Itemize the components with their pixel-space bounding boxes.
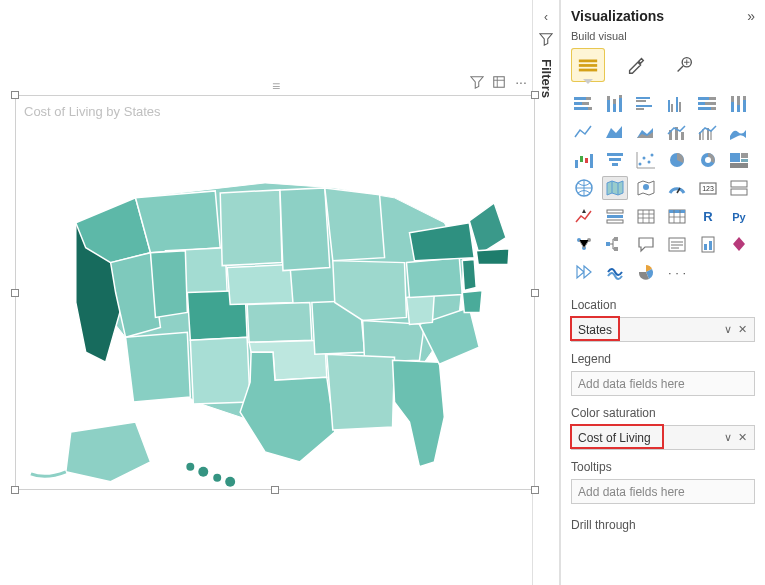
stacked-bar-chart-icon[interactable] xyxy=(571,92,597,116)
power-apps-icon[interactable] xyxy=(726,232,752,256)
python-visual-icon[interactable]: Py xyxy=(726,204,752,228)
area-chart-icon[interactable] xyxy=(602,120,628,144)
paginated-report-icon[interactable] xyxy=(695,232,721,256)
visual-title: Cost of Living by States xyxy=(24,104,161,119)
scatter-chart-icon[interactable] xyxy=(633,148,659,172)
matrix-icon[interactable] xyxy=(664,204,690,228)
drill-through-label: Drill through xyxy=(571,518,755,532)
power-automate-icon[interactable] xyxy=(571,260,597,284)
map-visual-container[interactable]: ≡ ··· Cost of Living by States xyxy=(15,95,535,490)
svg-rect-62 xyxy=(730,153,740,162)
map-icon[interactable] xyxy=(571,176,597,200)
tooltips-placeholder: Add data fields here xyxy=(578,485,685,499)
color-saturation-field-well[interactable]: Cost of Living ∨✕ xyxy=(571,425,755,450)
kpi-icon[interactable] xyxy=(571,204,597,228)
location-field-well[interactable]: States ∨✕ xyxy=(571,317,755,342)
svg-rect-25 xyxy=(668,100,670,112)
svg-rect-15 xyxy=(607,100,610,112)
svg-rect-71 xyxy=(731,189,747,195)
filter-icon xyxy=(539,32,553,49)
svg-point-1 xyxy=(186,463,194,471)
visual-type-gallery: 123 R Py · · · xyxy=(571,92,755,284)
format-visual-tab[interactable] xyxy=(619,48,653,82)
svg-text:R: R xyxy=(703,209,713,224)
svg-rect-72 xyxy=(607,210,623,213)
get-visuals-icon[interactable]: · · · xyxy=(664,260,690,284)
card-icon[interactable]: 123 xyxy=(695,176,721,200)
waterfall-chart-icon[interactable] xyxy=(571,148,597,172)
resize-handle[interactable] xyxy=(11,289,19,297)
focus-mode-icon[interactable] xyxy=(491,74,507,90)
donut-chart-icon[interactable] xyxy=(695,148,721,172)
slicer-icon[interactable] xyxy=(602,204,628,228)
legend-field-well[interactable]: Add data fields here xyxy=(571,371,755,396)
decomposition-tree-icon[interactable] xyxy=(602,232,628,256)
filled-map-visual[interactable] xyxy=(16,96,534,489)
svg-rect-51 xyxy=(590,154,593,168)
resize-handle[interactable] xyxy=(11,91,19,99)
tooltips-field-well[interactable]: Add data fields here xyxy=(571,479,755,504)
resize-handle[interactable] xyxy=(531,486,539,494)
svg-rect-38 xyxy=(737,105,740,112)
report-canvas[interactable]: ≡ ··· Cost of Living by States xyxy=(0,0,532,585)
build-visual-tab[interactable] xyxy=(571,48,605,82)
svg-rect-63 xyxy=(741,153,748,158)
treemap-icon[interactable] xyxy=(726,148,752,172)
pie-chart-icon[interactable] xyxy=(664,148,690,172)
multi-row-card-icon[interactable] xyxy=(726,176,752,200)
svg-rect-52 xyxy=(607,153,623,156)
resize-handle[interactable] xyxy=(531,91,539,99)
chevron-down-icon[interactable]: ∨ xyxy=(721,323,735,336)
smart-narrative-icon[interactable] xyxy=(664,232,690,256)
svg-point-4 xyxy=(225,477,235,487)
clustered-bar-chart-icon[interactable] xyxy=(633,92,659,116)
azure-map-icon[interactable] xyxy=(633,176,659,200)
funnel-chart-icon[interactable] xyxy=(602,148,628,172)
remove-field-icon[interactable]: ✕ xyxy=(735,431,750,444)
svg-rect-5 xyxy=(579,60,597,63)
key-influencers-icon[interactable] xyxy=(571,232,597,256)
svg-rect-34 xyxy=(711,107,716,110)
clustered-column-chart-icon[interactable] xyxy=(664,92,690,116)
r-visual-icon[interactable]: R xyxy=(695,204,721,228)
ribbon-chart-icon[interactable] xyxy=(726,120,752,144)
svg-rect-13 xyxy=(574,107,588,110)
svg-rect-50 xyxy=(585,158,588,163)
location-section-label: Location xyxy=(571,298,755,312)
more-visuals-icon[interactable] xyxy=(633,260,659,284)
line-stacked-column-icon[interactable] xyxy=(664,120,690,144)
svg-rect-64 xyxy=(741,159,748,162)
hundred-stacked-column-icon[interactable] xyxy=(726,92,752,116)
more-options-icon[interactable]: ··· xyxy=(513,74,529,90)
svg-rect-74 xyxy=(607,220,623,223)
svg-rect-75 xyxy=(638,210,654,223)
drag-grip-icon[interactable]: ≡ xyxy=(272,78,278,94)
stacked-area-chart-icon[interactable] xyxy=(633,120,659,144)
expand-pane-icon[interactable]: » xyxy=(747,8,755,24)
filter-icon[interactable] xyxy=(469,74,485,90)
analytics-tab[interactable] xyxy=(667,48,701,82)
remove-field-icon[interactable]: ✕ xyxy=(735,323,750,336)
qa-visual-icon[interactable] xyxy=(633,232,659,256)
svg-point-55 xyxy=(639,163,642,166)
color-saturation-section-label: Color saturation xyxy=(571,406,755,420)
svg-point-58 xyxy=(651,154,654,157)
resize-handle[interactable] xyxy=(531,289,539,297)
resize-handle[interactable] xyxy=(11,486,19,494)
svg-rect-40 xyxy=(743,100,746,112)
color-saturation-field-value: Cost of Living xyxy=(578,431,651,445)
expand-filters-icon[interactable]: ‹ xyxy=(544,10,548,24)
stacked-column-chart-icon[interactable] xyxy=(602,92,628,116)
arcgis-icon[interactable] xyxy=(602,260,628,284)
line-chart-icon[interactable] xyxy=(571,120,597,144)
pane-title: Visualizations xyxy=(571,8,664,24)
chevron-down-icon[interactable]: ∨ xyxy=(721,431,735,444)
svg-point-3 xyxy=(213,474,221,482)
line-clustered-column-icon[interactable] xyxy=(695,120,721,144)
resize-handle[interactable] xyxy=(271,486,279,494)
table-icon[interactable] xyxy=(633,204,659,228)
gauge-icon[interactable] xyxy=(664,176,690,200)
hundred-stacked-bar-icon[interactable] xyxy=(695,92,721,116)
svg-rect-0 xyxy=(494,77,505,88)
filled-map-icon[interactable] xyxy=(602,176,628,200)
